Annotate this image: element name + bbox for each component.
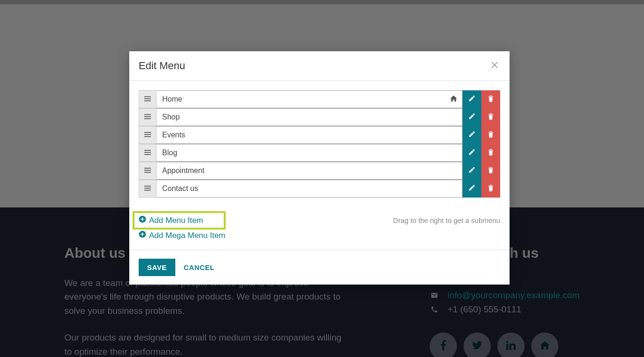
bars-icon	[144, 184, 151, 193]
edit-menu-item-button[interactable]	[463, 108, 481, 126]
drag-handle[interactable]	[139, 162, 157, 180]
edit-menu-item-button[interactable]	[463, 162, 481, 180]
modal-body: Add Menu Item Add Mega Menu Item Drag to…	[129, 81, 510, 250]
add-menu-item-label: Add Menu Item	[149, 216, 203, 225]
menu-item-input[interactable]	[157, 90, 463, 108]
svg-rect-7	[144, 119, 151, 119]
modal-header: Edit Menu	[129, 51, 510, 81]
svg-rect-16	[144, 172, 151, 173]
trash-icon	[487, 130, 494, 140]
trash-icon	[487, 112, 494, 122]
menu-input-wrap	[157, 144, 463, 162]
cancel-button[interactable]: CANCEL	[184, 263, 215, 271]
edit-icon	[468, 95, 476, 104]
plus-circle-icon	[139, 215, 146, 225]
menu-item-row	[139, 180, 500, 198]
edit-icon	[468, 112, 476, 122]
svg-rect-3	[144, 98, 151, 99]
menu-item-input[interactable]	[157, 180, 463, 198]
svg-rect-4	[144, 101, 151, 102]
close-icon	[490, 61, 499, 71]
bars-icon	[144, 95, 151, 103]
svg-rect-14	[144, 168, 151, 169]
edit-icon	[468, 166, 476, 175]
trash-icon	[487, 184, 494, 193]
bars-icon	[144, 167, 151, 175]
edit-menu-item-button[interactable]	[463, 90, 481, 108]
svg-rect-2	[144, 96, 151, 97]
svg-rect-10	[144, 136, 151, 137]
menu-list	[139, 90, 500, 198]
svg-rect-13	[144, 154, 151, 155]
trash-icon	[487, 166, 494, 175]
edit-menu-item-button[interactable]	[463, 126, 481, 144]
bars-icon	[144, 131, 151, 139]
drag-handle[interactable]	[139, 126, 157, 144]
svg-rect-11	[144, 150, 151, 151]
modal-actions: Add Menu Item Add Mega Menu Item Drag to…	[139, 215, 500, 240]
add-mega-menu-item-link[interactable]: Add Mega Menu Item	[139, 230, 226, 240]
save-button[interactable]: SAVE	[139, 259, 175, 276]
drag-handle[interactable]	[139, 108, 157, 126]
menu-item-row	[139, 108, 500, 126]
modal-footer: SAVE CANCEL	[129, 250, 510, 285]
menu-item-input[interactable]	[157, 108, 463, 126]
svg-rect-5	[144, 114, 151, 115]
svg-rect-12	[144, 152, 151, 153]
menu-input-wrap	[157, 126, 463, 144]
drag-handle[interactable]	[139, 144, 157, 162]
trash-icon	[487, 148, 494, 158]
delete-menu-item-button[interactable]	[481, 180, 500, 198]
edit-icon	[468, 130, 476, 140]
svg-rect-19	[144, 190, 151, 191]
menu-input-wrap	[157, 90, 463, 108]
edit-menu-item-button[interactable]	[463, 180, 481, 198]
svg-rect-8	[144, 132, 151, 133]
drag-handle[interactable]	[139, 180, 157, 198]
submenu-hint: Drag to the right to get a submenu	[393, 215, 500, 224]
svg-rect-15	[144, 170, 151, 171]
menu-item-row	[139, 162, 500, 180]
add-mega-menu-item-label: Add Mega Menu Item	[149, 231, 226, 240]
edit-icon	[468, 184, 476, 193]
menu-item-input[interactable]	[157, 162, 463, 180]
edit-icon	[468, 148, 476, 158]
edit-menu-modal: Edit Menu Add Menu Item A	[129, 51, 510, 285]
delete-menu-item-button[interactable]	[481, 126, 500, 144]
edit-menu-item-button[interactable]	[463, 144, 481, 162]
delete-menu-item-button[interactable]	[481, 162, 500, 180]
delete-menu-item-button[interactable]	[481, 144, 500, 162]
menu-item-input[interactable]	[157, 126, 463, 144]
svg-rect-6	[144, 116, 151, 117]
drag-handle[interactable]	[139, 90, 157, 108]
svg-rect-9	[144, 134, 151, 135]
menu-item-row	[139, 90, 500, 108]
menu-input-wrap	[157, 180, 463, 198]
trash-icon	[487, 95, 494, 104]
add-links-group: Add Menu Item Add Mega Menu Item	[139, 215, 226, 240]
bars-icon	[144, 149, 151, 157]
bars-icon	[144, 113, 151, 121]
add-menu-item-link[interactable]: Add Menu Item	[133, 211, 226, 230]
modal-title: Edit Menu	[139, 60, 185, 72]
delete-menu-item-button[interactable]	[481, 90, 500, 108]
delete-menu-item-button[interactable]	[481, 108, 500, 126]
menu-item-input[interactable]	[157, 144, 463, 162]
menu-input-wrap	[157, 108, 463, 126]
menu-item-row	[139, 144, 500, 162]
svg-rect-17	[144, 186, 151, 187]
svg-rect-18	[144, 188, 151, 189]
menu-item-row	[139, 126, 500, 144]
menu-input-wrap	[157, 162, 463, 180]
plus-circle-icon	[139, 230, 146, 240]
close-button[interactable]	[489, 60, 500, 71]
